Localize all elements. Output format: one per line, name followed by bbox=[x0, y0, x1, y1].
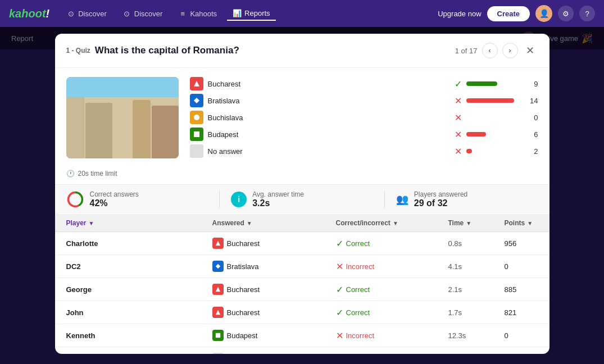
stats-bar: Correct answers 42% i Avg. answer time 3… bbox=[55, 184, 549, 215]
answer-result-budapest: ✕ 6 bbox=[455, 129, 538, 140]
player-time-john: 1.7s bbox=[448, 308, 505, 317]
answer-result-bucharest: ✓ 9 bbox=[455, 79, 538, 89]
prev-question-button[interactable]: ‹ bbox=[482, 43, 498, 58]
answer-text-bucharest: Bucharest bbox=[208, 80, 253, 88]
answer-count-bratislava: 14 bbox=[527, 97, 538, 105]
next-question-button[interactable]: › bbox=[502, 43, 518, 58]
modal-overlay: 1 - Quiz What is the capital of Romania?… bbox=[0, 27, 604, 364]
nav-discover-1[interactable]: ⊙ Discover bbox=[61, 7, 112, 20]
help-icon[interactable]: ? bbox=[579, 6, 595, 21]
player-correct-george: ✓ Correct bbox=[336, 284, 448, 295]
correct-check-icon: ✓ bbox=[455, 79, 462, 89]
avg-time-label: Avg. answer time bbox=[252, 190, 304, 198]
compass-icon-2: ⊙ bbox=[122, 9, 131, 18]
empty-icon-none bbox=[190, 144, 203, 158]
correct-icon-george: ✓ bbox=[336, 284, 343, 295]
upgrade-button[interactable]: Upgrade now bbox=[438, 10, 481, 18]
player-time-george: 2.1s bbox=[448, 285, 505, 294]
close-modal-button[interactable]: ✕ bbox=[523, 43, 538, 58]
settings-icon[interactable]: ⚙ bbox=[558, 6, 574, 21]
player-points-dc2: 0 bbox=[505, 262, 549, 271]
answer-icon-george bbox=[212, 284, 224, 295]
player-answer-leo: No answer bbox=[212, 353, 336, 354]
table-row: John Bucharest ✓ Correct 1.7s 821 bbox=[55, 301, 549, 324]
avatar[interactable]: 👤 bbox=[535, 5, 552, 22]
th-time[interactable]: Time ▼ bbox=[448, 219, 505, 227]
player-answer-john: Bucharest bbox=[212, 307, 336, 318]
svg-marker-7 bbox=[215, 241, 220, 245]
correct-icon-charlotte: ✓ bbox=[336, 238, 343, 249]
th-points[interactable]: Points ▼ bbox=[505, 219, 549, 227]
triangle-icon-red bbox=[190, 77, 203, 90]
table-row: DC2 Bratislava ✕ Incorrect 4.1s 0 bbox=[55, 255, 549, 278]
answer-icon-leo bbox=[212, 353, 224, 354]
svg-marker-10 bbox=[215, 310, 220, 315]
time-limit: 🕐 20s time limit bbox=[55, 167, 549, 184]
players-answered-stat: 👥 Players answered 29 of 32 bbox=[385, 190, 538, 208]
player-points-charlotte: 956 bbox=[505, 239, 549, 248]
square-icon-green bbox=[190, 128, 203, 141]
answer-icon-dc2 bbox=[212, 261, 224, 272]
sort-points-icon: ▼ bbox=[527, 220, 533, 226]
table-header: Player ▼ Answered ▼ Correct/incorrect ▼ … bbox=[55, 215, 549, 232]
modal-header: 1 - Quiz What is the capital of Romania?… bbox=[55, 34, 549, 68]
answer-bar-no-answer bbox=[466, 149, 472, 153]
answer-result-buchislava: ✕ 0 bbox=[455, 112, 538, 123]
answer-text-bratislava: Bratislava bbox=[208, 97, 253, 105]
incorrect-x-icon-bratislava: ✕ bbox=[455, 95, 462, 106]
nav-right: Upgrade now Create 👤 ⚙ ? bbox=[438, 5, 595, 22]
answer-row-budapest: Budapest ✕ 6 bbox=[190, 128, 538, 141]
incorrect-icon-dc2: ✕ bbox=[336, 261, 343, 272]
players-answered-value: 29 of 32 bbox=[414, 198, 467, 208]
donut-chart bbox=[66, 190, 84, 208]
svg-rect-3 bbox=[194, 131, 199, 137]
th-answered[interactable]: Answered ▼ bbox=[212, 219, 336, 227]
th-correct-incorrect[interactable]: Correct/incorrect ▼ bbox=[336, 219, 448, 227]
nav-kahoots[interactable]: ≡ Kahoots bbox=[172, 7, 222, 20]
players-table: Player ▼ Answered ▼ Correct/incorrect ▼ … bbox=[55, 215, 549, 354]
top-navigation: kahoot! ⊙ Discover ⊙ Discover ≡ Kahoots … bbox=[0, 0, 604, 27]
logo[interactable]: kahoot! bbox=[9, 7, 49, 20]
answer-count-no-answer: 2 bbox=[527, 147, 538, 156]
answer-icon-john bbox=[212, 307, 224, 318]
player-name-kenneth: Kenneth bbox=[66, 331, 212, 340]
player-correct-john: ✓ Correct bbox=[336, 307, 448, 318]
sort-correct-icon: ▼ bbox=[393, 220, 398, 226]
correct-answers-stat: Correct answers 42% bbox=[66, 190, 220, 208]
diamond-icon-blue bbox=[190, 94, 203, 107]
player-name-john: John bbox=[66, 308, 212, 317]
avg-time-value: 3.2s bbox=[252, 198, 304, 208]
answer-bar-budapest bbox=[466, 132, 486, 136]
incorrect-icon-kenneth: ✕ bbox=[336, 330, 343, 341]
player-correct-kenneth: ✕ Incorrect bbox=[336, 330, 448, 341]
nav-reports[interactable]: 📊 Reports bbox=[227, 6, 276, 21]
svg-point-2 bbox=[194, 115, 199, 120]
player-points-john: 821 bbox=[505, 308, 549, 317]
answer-icon-charlotte bbox=[212, 238, 224, 249]
answer-bar-bratislava bbox=[466, 98, 514, 103]
answers-list: Bucharest ✓ 9 Bratislava ✕ bbox=[190, 77, 538, 158]
player-correct-charlotte: ✓ Correct bbox=[336, 238, 448, 249]
th-player[interactable]: Player ▼ bbox=[66, 219, 212, 227]
svg-marker-8 bbox=[215, 264, 220, 269]
table-row: Charlotte Bucharest ✓ Correct 0.8s 956 bbox=[55, 232, 549, 255]
list-icon: ≡ bbox=[178, 9, 187, 18]
svg-marker-1 bbox=[194, 98, 199, 103]
player-answer-kenneth: Budapest bbox=[212, 330, 336, 341]
clock-icon: 🕐 bbox=[66, 170, 75, 178]
avg-time-stat: i Avg. answer time 3.2s bbox=[220, 190, 385, 208]
nav-discover-2[interactable]: ⊙ Discover bbox=[117, 7, 169, 20]
correct-answers-value: 42% bbox=[90, 198, 139, 208]
modal-navigation: 1 of 17 ‹ › ✕ bbox=[455, 43, 538, 58]
sort-answered-icon: ▼ bbox=[247, 220, 252, 226]
question-section: Bucharest ✓ 9 Bratislava ✕ bbox=[55, 68, 549, 167]
player-answer-dc2: Bratislava bbox=[212, 261, 336, 272]
circle-icon-yellow bbox=[190, 111, 203, 124]
player-points-kenneth: 0 bbox=[505, 331, 549, 340]
player-name-charlotte: Charlotte bbox=[66, 239, 212, 248]
table-row: Kenneth Budapest ✕ Incorrect 12.3s 0 bbox=[55, 324, 549, 347]
chart-icon: 📊 bbox=[233, 8, 242, 17]
create-button[interactable]: Create bbox=[487, 6, 530, 21]
answer-text-buchislava: Buchislava bbox=[208, 113, 253, 122]
sort-player-icon: ▼ bbox=[89, 220, 94, 226]
